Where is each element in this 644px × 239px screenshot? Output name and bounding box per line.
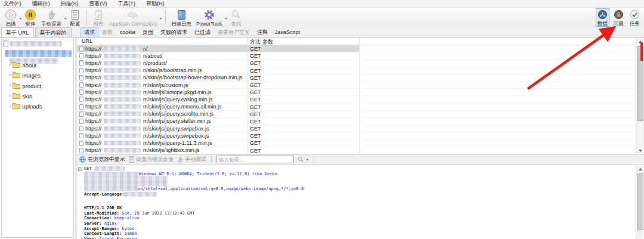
header-name: Content-Length: — [84, 231, 122, 236]
divider — [211, 156, 212, 163]
url-cell: https://m/skin/js/jquery-1.11.3.min.js — [77, 140, 212, 146]
toolbar-button-pause[interactable]: 暂停 — [22, 8, 39, 27]
chevron-down-icon[interactable]: ▾ — [160, 16, 162, 20]
table-row[interactable]: https://m/skin/js/lightbox.min.jsGET — [77, 147, 636, 154]
view-button-issues[interactable]: 问题 — [612, 8, 626, 27]
tab-失败的请求[interactable]: 失败的请求 — [157, 27, 191, 38]
toolbar-button-play[interactable]: 扫描 — [2, 8, 19, 27]
hand-small-icon — [177, 156, 183, 163]
chevron-right-icon[interactable]: › — [9, 72, 11, 78]
menu-item[interactable]: 工具(T) — [118, 0, 136, 8]
table-row[interactable]: https://m/skin/js/jquery.swipebox.jsGET — [77, 125, 636, 132]
toolbar-button-hand[interactable]: 手动探索 — [39, 8, 64, 27]
tab-JavaScript[interactable]: JavaScript — [271, 28, 304, 36]
tree-folder-about[interactable]: ›about — [9, 61, 36, 69]
divider — [165, 10, 166, 26]
redacted-selected-node[interactable] — [5, 50, 72, 57]
sidebar-tab[interactable]: 基于 URL — [1, 27, 34, 37]
url-cell: https://m/skin/js/custom.js — [77, 82, 188, 88]
toolbar-button-search[interactable]: 查找 — [228, 8, 244, 27]
table-row[interactable]: https://n/about/GET — [77, 52, 636, 60]
collapse-toggle-icon[interactable] — [78, 167, 82, 171]
url-prefix: https:// — [85, 75, 101, 80]
scroll-down-arrow[interactable] — [636, 147, 644, 154]
column-divider — [261, 96, 261, 103]
toolbar-button-scanlog[interactable]: 扫描日志 — [169, 8, 194, 27]
url-suffix: m/skin/js/jquery.mmenu.all.min.js — [143, 104, 221, 110]
chevron-down-icon[interactable]: ▾ — [64, 16, 66, 20]
table-row[interactable]: https://n/skin/js/bootstrap.min.jsGET — [77, 67, 636, 75]
tab-cookie[interactable]: cookie — [116, 28, 139, 36]
toolbar-button-gear[interactable]: PowerTools — [194, 8, 225, 27]
menu-item[interactable]: 扫描(S) — [61, 0, 79, 8]
url-cell: https://m/skin/js/jquery.scrollto.min.js — [77, 111, 213, 117]
request-line — [84, 176, 633, 182]
tree-folder-skin[interactable]: ›skin — [9, 92, 32, 100]
request-line: GET / HTTP/1.1 — [84, 166, 633, 172]
header-name: HTTP/1.1 200 OK — [84, 206, 122, 210]
column-divider — [359, 89, 360, 95]
sidebar-tab[interactable]: 基于内容的 — [35, 27, 72, 37]
set-error-page-button[interactable]: 设置为错误页面 — [129, 156, 174, 163]
table-row[interactable]: https://m/skin/js/jquery.scrollto.min.js… — [77, 111, 636, 118]
view-button-label: 数据 — [597, 20, 608, 26]
table-row[interactable]: https://m/skin/js/jquery.mmenu.all.min.j… — [77, 104, 636, 111]
view-button-tasks[interactable]: 任务 — [628, 8, 642, 27]
table-row[interactable]: https://m/skin/js/jquery.swipebox.jsGET — [77, 132, 636, 139]
response-header-line: Accept-Ranges: bytes — [84, 226, 633, 232]
chevron-right-icon[interactable]: › — [9, 62, 11, 68]
detail-scrollbar[interactable] — [636, 166, 643, 239]
toolbar-button-label: 暂停 — [26, 21, 36, 27]
toolbar-button-report[interactable]: 报告 — [90, 8, 107, 27]
column-divider — [261, 75, 261, 81]
table-row[interactable]: https://m/skin/js/jquery.stellar.min.jsG… — [77, 118, 636, 125]
search-phrase-button[interactable]: ▾ — [298, 156, 309, 163]
menu-item[interactable]: 查看(V) — [89, 0, 107, 8]
url-cell: https://m/skin/js/lightbox.min.js — [77, 147, 200, 153]
view-button-data[interactable]: 数据 — [596, 8, 609, 27]
tab-注释[interactable]: 注释 — [253, 27, 271, 38]
chevron-right-icon[interactable]: › — [9, 92, 11, 98]
url-prefix: https:// — [85, 67, 101, 73]
column-divider — [359, 132, 360, 139]
toolbar-button-cloud[interactable]: AppScan Connect(A) — [107, 8, 159, 27]
hand-icon — [45, 9, 57, 21]
manual-test-button[interactable]: 手动测试 — [177, 156, 206, 163]
menu-item[interactable]: 文件(F) — [4, 0, 21, 8]
menu-item[interactable]: 帮助(H) — [146, 0, 165, 8]
chevron-right-icon[interactable]: › — [9, 82, 11, 88]
tab-已过滤[interactable]: 已过滤 — [191, 27, 214, 38]
table-row[interactable]: https://n/GET — [77, 45, 636, 52]
tab-请求[interactable]: 请求 — [80, 27, 98, 38]
cloud-icon — [126, 9, 140, 21]
scanlog-icon — [175, 9, 187, 21]
tree-folder-images[interactable]: ›images — [9, 72, 41, 79]
table-row[interactable]: https://m/skin/js/custom.jsGET — [77, 82, 636, 89]
toolbar-group: 报告AppScan Connect(A)▾ — [90, 8, 162, 27]
table-row[interactable]: https://n/skin/js/bootstrap-hover-dropdo… — [77, 75, 636, 82]
tree-folder-uploads[interactable]: ›uploads — [9, 103, 42, 110]
table-row[interactable]: https://m/skin/js/jquery.easing.min.jsGE… — [77, 96, 636, 103]
chevron-right-icon[interactable]: › — [9, 103, 11, 109]
toolbar-button-config[interactable]: 配置 — [67, 8, 83, 27]
toolbar-button-label: 扫描 — [6, 21, 16, 27]
http-request-text: GET / HTTP/1.1Windows NT 6.1; WOW64; Tri… — [84, 166, 633, 202]
url-cell: https://m/skin/js/isotope.pkgd.min.js — [77, 89, 212, 95]
column-header-0[interactable]: URL — [82, 38, 92, 44]
scroll-up-arrow[interactable] — [636, 166, 644, 173]
tree-folder-product[interactable]: ›product — [9, 82, 41, 90]
chevron-down-icon[interactable]: ▾ — [20, 16, 21, 20]
url-suffix: n/skin/js/bootstrap.min.js — [143, 67, 202, 73]
menu-item[interactable]: 编辑(E) — [32, 0, 50, 8]
show-in-browser-button[interactable]: 在浏览器中显示 — [79, 156, 125, 163]
tab-参数[interactable]: 参数 — [98, 27, 116, 38]
tab-页面[interactable]: 页面 — [139, 27, 157, 38]
chevron-down-icon[interactable]: ▾ — [225, 16, 227, 20]
request-line: Windows NT 6.1; WOW64; Trident/7.0; rv:1… — [84, 172, 633, 177]
table-row[interactable]: https://m/skin/js/jquery-1.11.3.min.jsGE… — [77, 139, 636, 147]
table-row[interactable]: https://n/product/GET — [77, 60, 636, 67]
scrollbar-thumb[interactable] — [637, 173, 643, 230]
table-row[interactable]: https://m/skin/js/isotope.pkgd.min.jsGET — [77, 89, 636, 96]
phrase-input[interactable] — [216, 156, 294, 163]
tab-需要用户交互[interactable]: 需要用户交互 — [214, 27, 253, 38]
